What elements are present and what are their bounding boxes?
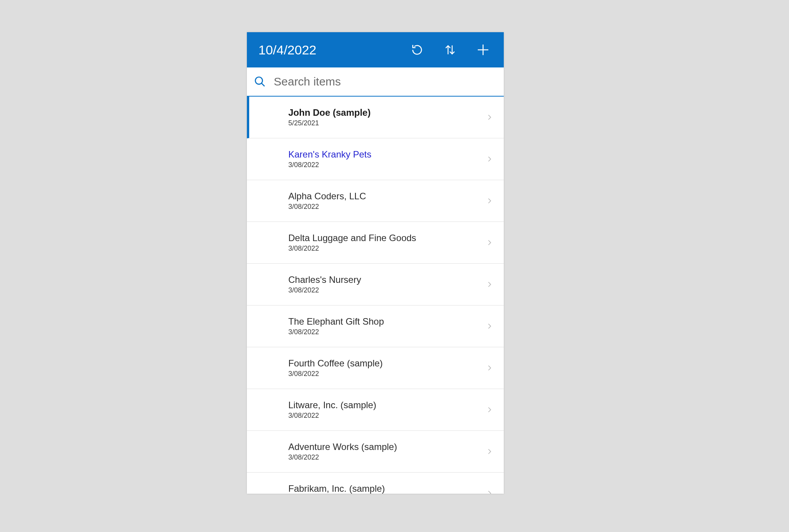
list-item[interactable]: Karen's Kranky Pets3/08/2022 xyxy=(247,138,504,180)
search-input[interactable] xyxy=(273,75,497,89)
list-item-text: Charles's Nursery3/08/2022 xyxy=(288,274,485,294)
list-item-date: 3/08/2022 xyxy=(288,161,485,169)
list-item-text: Karen's Kranky Pets3/08/2022 xyxy=(288,149,485,169)
svg-point-4 xyxy=(255,77,263,84)
chevron-right-icon xyxy=(485,154,495,164)
list-item-text: Litware, Inc. (sample)3/08/2022 xyxy=(288,400,485,420)
list-item[interactable]: Litware, Inc. (sample)3/08/2022 xyxy=(247,389,504,431)
list-item-date: 3/08/2022 xyxy=(288,245,485,253)
refresh-icon xyxy=(411,43,424,56)
list-item[interactable]: Adventure Works (sample)3/08/2022 xyxy=(247,431,504,473)
list-item-text: Fabrikam, Inc. (sample)3/08/2022 xyxy=(288,483,485,494)
list-item[interactable]: Alpha Coders, LLC3/08/2022 xyxy=(247,180,504,222)
search-icon xyxy=(254,76,266,88)
list-item-text: John Doe (sample)5/25/2021 xyxy=(288,107,485,127)
list-item-date: 3/08/2022 xyxy=(288,203,485,211)
header-title: 10/4/2022 xyxy=(258,43,409,57)
list-item-title: Alpha Coders, LLC xyxy=(288,191,485,202)
list-item-title: The Elephant Gift Shop xyxy=(288,316,485,327)
list-item-date: 3/08/2022 xyxy=(288,412,485,420)
list-item-date: 3/08/2022 xyxy=(288,286,485,294)
chevron-right-icon xyxy=(485,112,495,122)
header-bar: 10/4/2022 xyxy=(247,32,504,67)
chevron-right-icon xyxy=(485,488,495,494)
chevron-right-icon xyxy=(485,321,495,331)
list-item-date: 3/08/2022 xyxy=(288,453,485,461)
list-item[interactable]: Delta Luggage and Fine Goods3/08/2022 xyxy=(247,222,504,264)
sort-button[interactable] xyxy=(442,42,458,57)
chevron-right-icon xyxy=(485,447,495,456)
list-item[interactable]: The Elephant Gift Shop3/08/2022 xyxy=(247,305,504,347)
list-item-text: Adventure Works (sample)3/08/2022 xyxy=(288,442,485,461)
list-item-date: 3/08/2022 xyxy=(288,328,485,336)
sort-icon xyxy=(444,43,456,57)
list-item-text: Fourth Coffee (sample)3/08/2022 xyxy=(288,358,485,378)
chevron-right-icon xyxy=(485,279,495,289)
add-button[interactable] xyxy=(475,42,491,57)
list-item[interactable]: Fabrikam, Inc. (sample)3/08/2022 xyxy=(247,473,504,494)
list-item-title: John Doe (sample) xyxy=(288,107,485,118)
item-list: John Doe (sample)5/25/2021Karen's Kranky… xyxy=(247,97,504,494)
refresh-button[interactable] xyxy=(409,42,425,57)
chevron-right-icon xyxy=(485,405,495,415)
list-item-text: The Elephant Gift Shop3/08/2022 xyxy=(288,316,485,336)
list-item[interactable]: Fourth Coffee (sample)3/08/2022 xyxy=(247,347,504,389)
list-item-title: Fourth Coffee (sample) xyxy=(288,358,485,369)
list-item[interactable]: Charles's Nursery3/08/2022 xyxy=(247,264,504,305)
list-item-text: Alpha Coders, LLC3/08/2022 xyxy=(288,191,485,211)
list-item-title: Charles's Nursery xyxy=(288,274,485,286)
list-item-title: Delta Luggage and Fine Goods xyxy=(288,233,485,244)
header-actions xyxy=(409,42,496,57)
plus-icon xyxy=(477,43,490,56)
search-bar xyxy=(247,67,504,97)
chevron-right-icon xyxy=(485,196,495,206)
list-item-title: Adventure Works (sample) xyxy=(288,442,485,453)
list-item[interactable]: John Doe (sample)5/25/2021 xyxy=(247,97,504,138)
list-item-text: Delta Luggage and Fine Goods3/08/2022 xyxy=(288,233,485,253)
list-item-title[interactable]: Karen's Kranky Pets xyxy=(288,149,485,160)
list-item-title: Fabrikam, Inc. (sample) xyxy=(288,483,485,494)
chevron-right-icon xyxy=(485,363,495,373)
list-item-date: 5/25/2021 xyxy=(288,119,485,127)
app-frame: 10/4/2022 xyxy=(247,32,504,494)
svg-line-5 xyxy=(261,83,265,86)
list-item-title: Litware, Inc. (sample) xyxy=(288,400,485,411)
chevron-right-icon xyxy=(485,238,495,248)
list-item-date: 3/08/2022 xyxy=(288,370,485,378)
